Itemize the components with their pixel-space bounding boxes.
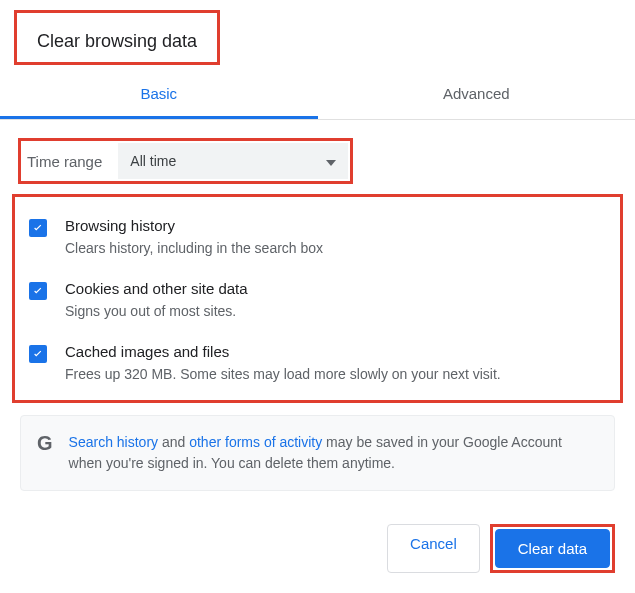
search-history-link[interactable]: Search history (69, 434, 158, 450)
chevron-down-icon (326, 153, 336, 169)
checkbox-cookies[interactable] (29, 282, 47, 300)
clear-data-button[interactable]: Clear data (495, 529, 610, 568)
option-desc: Signs you out of most sites. (65, 303, 612, 319)
option-title: Browsing history (65, 217, 612, 234)
dialog-title: Clear browsing data (17, 13, 217, 62)
checkbox-browsing-history[interactable] (29, 219, 47, 237)
info-text: Search history and other forms of activi… (69, 432, 598, 474)
option-row: Browsing history Clears history, includi… (23, 205, 612, 268)
option-title: Cookies and other site data (65, 280, 612, 297)
tab-basic[interactable]: Basic (0, 71, 318, 119)
option-desc: Frees up 320 MB. Some sites may load mor… (65, 366, 612, 382)
option-row: Cached images and files Frees up 320 MB.… (23, 331, 612, 394)
time-range-select[interactable]: All time (118, 143, 348, 179)
time-range-value: All time (130, 153, 176, 169)
time-range-label: Time range (23, 147, 106, 176)
tabs-container: Basic Advanced (0, 71, 635, 120)
cancel-button[interactable]: Cancel (387, 524, 480, 573)
button-row: Cancel Clear data (387, 524, 615, 573)
options-section: Browsing history Clears history, includi… (12, 194, 623, 403)
checkbox-cache[interactable] (29, 345, 47, 363)
google-icon: G (37, 432, 53, 455)
info-box: G Search history and other forms of acti… (20, 415, 615, 491)
option-row: Cookies and other site data Signs you ou… (23, 268, 612, 331)
option-desc: Clears history, including in the search … (65, 240, 612, 256)
tab-advanced[interactable]: Advanced (318, 71, 636, 119)
other-activity-link[interactable]: other forms of activity (189, 434, 322, 450)
option-title: Cached images and files (65, 343, 612, 360)
info-text-part: and (158, 434, 189, 450)
